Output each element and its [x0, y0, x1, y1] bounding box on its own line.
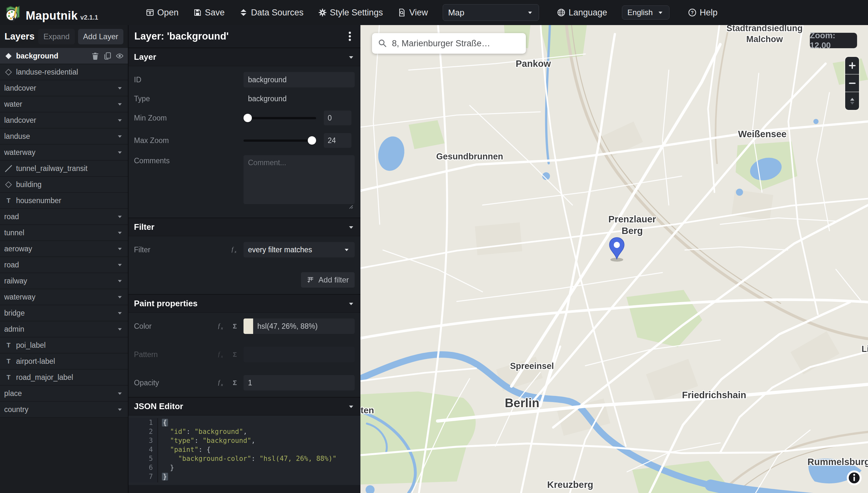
navbar-item-save[interactable]: Save: [193, 8, 225, 18]
color-value: hsl(47, 26%, 88%): [253, 322, 318, 331]
svg-text:?: ?: [691, 10, 694, 15]
layer-group-admin[interactable]: admin: [0, 321, 128, 338]
svg-text:T: T: [6, 342, 10, 349]
comments-textarea[interactable]: [244, 155, 355, 204]
visibility-icon[interactable]: [115, 52, 124, 60]
json-editor[interactable]: 1234567 { "id": "background", "type": "b…: [129, 415, 360, 485]
delete-icon[interactable]: [91, 52, 99, 60]
navbar-item-help[interactable]: ? Help: [688, 8, 718, 18]
view-select[interactable]: Map: [443, 4, 539, 21]
sigma-icon[interactable]: Σ: [231, 379, 239, 387]
chevron-down-icon[interactable]: [116, 406, 124, 413]
layer-label: country: [4, 405, 28, 414]
add-layer-button[interactable]: Add Layer: [78, 29, 124, 44]
layer-group-landuse[interactable]: landuse: [0, 129, 128, 145]
layer-group-water[interactable]: water: [0, 97, 128, 112]
duplicate-icon[interactable]: [103, 52, 112, 60]
layer-group-place[interactable]: place: [0, 386, 128, 402]
chevron-down-icon[interactable]: [116, 294, 124, 300]
chevron-down-icon[interactable]: [116, 117, 124, 124]
zoom-out-button[interactable]: [845, 74, 859, 92]
section-header-layer[interactable]: Layer: [129, 48, 360, 66]
style-settings-icon: [318, 8, 327, 17]
map-zoom-controls: [845, 57, 859, 110]
layer-row-tunnel-railway-transit[interactable]: tunnel_railway_transit: [0, 161, 128, 177]
pattern-input[interactable]: [244, 347, 355, 362]
chevron-down-icon[interactable]: [116, 149, 124, 156]
more-options-icon[interactable]: [345, 31, 355, 42]
slider-knob[interactable]: [244, 114, 252, 122]
layer-group-aeroway[interactable]: aeroway: [0, 241, 128, 257]
chevron-down-icon[interactable]: [116, 133, 124, 140]
navbar-item-open[interactable]: Open: [146, 8, 179, 18]
fx-icon[interactable]: fx: [217, 379, 225, 387]
layer-group-country[interactable]: country: [0, 402, 128, 418]
search-value: 8, Marienburger Straße…: [392, 39, 490, 48]
layer-group-landcover[interactable]: landcover: [0, 80, 128, 97]
layer-row-building[interactable]: building: [0, 177, 128, 193]
layer-row-airport-label[interactable]: Tairport-label: [0, 353, 128, 370]
sigma-icon[interactable]: Σ: [231, 322, 239, 330]
max-zoom-input[interactable]: [324, 133, 352, 148]
navbar-item-style-settings[interactable]: Style Settings: [318, 8, 383, 18]
navbar-item-data-sources[interactable]: Data Sources: [239, 8, 304, 18]
id-input[interactable]: [244, 72, 355, 87]
layer-group-road[interactable]: road: [0, 257, 128, 273]
color-swatch[interactable]: [244, 319, 253, 334]
chevron-down-icon[interactable]: [116, 213, 124, 220]
layer-label: landcover: [4, 84, 36, 92]
layer-group-waterway[interactable]: waterway: [0, 289, 128, 305]
navbar-item-view[interactable]: View: [398, 8, 428, 18]
chevron-down-icon[interactable]: [116, 101, 124, 108]
min-zoom-slider[interactable]: [244, 110, 316, 126]
layer-row-landuse-residential[interactable]: landuse-residential: [0, 64, 128, 80]
json-code[interactable]: { "id": "background", "type": "backgroun…: [158, 418, 337, 483]
geocoder-search-input[interactable]: 8, Marienburger Straße…: [372, 33, 526, 54]
color-input[interactable]: hsl(47, 26%, 88%): [244, 319, 355, 334]
chevron-down-icon[interactable]: [116, 309, 124, 317]
min-zoom-input[interactable]: [324, 111, 352, 125]
layer-group-tunnel[interactable]: tunnel: [0, 225, 128, 241]
fx-icon[interactable]: fx: [231, 245, 239, 254]
layer-row-road-major-label[interactable]: Troad_major_label: [0, 370, 128, 386]
layer-row-background[interactable]: background: [0, 48, 128, 64]
location-marker[interactable]: [608, 237, 625, 262]
chevron-down-icon[interactable]: [116, 261, 124, 269]
fx-icon[interactable]: fx: [217, 322, 225, 330]
layer-row-housenumber[interactable]: Thousenumber: [0, 193, 128, 209]
layer-group-waterway[interactable]: waterway: [0, 145, 128, 161]
chevron-down-icon[interactable]: [116, 85, 124, 92]
language-select[interactable]: English: [622, 5, 669, 20]
expand-button[interactable]: Expand: [38, 29, 74, 44]
brand[interactable]: Maputnik v2.1.1: [0, 3, 98, 22]
layer-group-road[interactable]: road: [0, 209, 128, 225]
map-canvas[interactable]: Stadtrandsiedlung MalchowPankowWeißensee…: [360, 25, 868, 493]
svg-text:x: x: [221, 354, 223, 359]
layer-row-poi-label[interactable]: Tpoi_label: [0, 338, 128, 353]
section-header-filter[interactable]: Filter: [129, 218, 360, 236]
map-info-button[interactable]: [847, 471, 862, 485]
max-zoom-slider[interactable]: [244, 133, 316, 148]
compass-button[interactable]: [845, 92, 859, 110]
chevron-down-icon[interactable]: [116, 325, 124, 333]
zoom-in-button[interactable]: [845, 57, 859, 74]
chevron-down-icon[interactable]: [116, 245, 124, 252]
section-header-paint[interactable]: Paint properties: [129, 295, 360, 313]
slider-knob[interactable]: [308, 136, 316, 145]
opacity-input[interactable]: [244, 375, 355, 390]
chevron-down-icon[interactable]: [116, 277, 124, 284]
layer-group-landcover[interactable]: landcover: [0, 112, 128, 129]
chevron-down-icon: [347, 53, 355, 61]
add-filter-button[interactable]: Add filter: [301, 272, 355, 287]
chevron-down-icon[interactable]: [116, 390, 124, 397]
data-sources-icon: [239, 8, 248, 17]
filter-combinator-select[interactable]: every filter matches: [244, 242, 355, 257]
layer-group-bridge[interactable]: bridge: [0, 305, 128, 321]
section-header-json-editor[interactable]: JSON Editor: [129, 398, 360, 415]
chevron-down-icon[interactable]: [116, 229, 124, 236]
layer-group-railway[interactable]: railway: [0, 273, 128, 289]
json-code-line: "paint": {: [162, 445, 337, 454]
navbar-item-language[interactable]: Language: [557, 8, 607, 18]
color-label: Color: [134, 322, 217, 331]
pattern-label: Pattern: [134, 350, 217, 359]
